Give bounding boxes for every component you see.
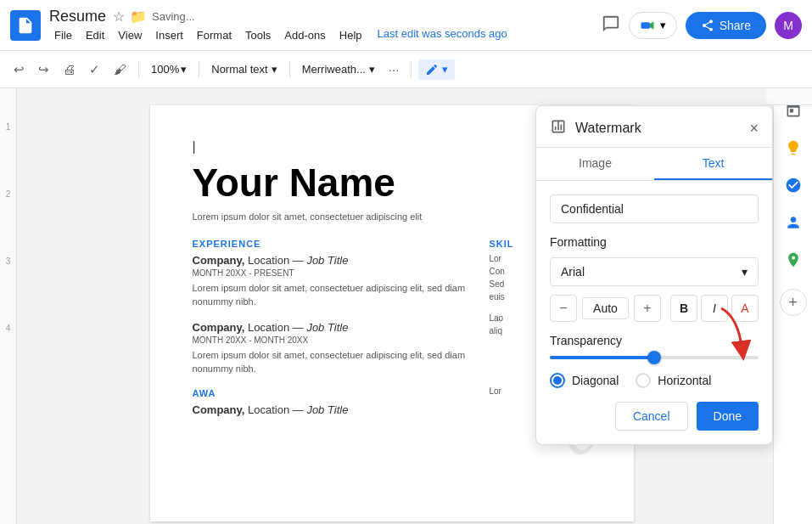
job-2-desc: Lorem ipsum dolor sit amet, consectetuer… [193,348,473,376]
menu-edit[interactable]: Edit [81,27,109,43]
doc-title-area: Resume ☆ 📁 Saving... File Edit View Inse… [49,8,602,43]
top-bar: Resume ☆ 📁 Saving... File Edit View Inse… [0,0,812,51]
watermark-title: Watermark [575,121,749,136]
pen-dropdown-icon: ▾ [442,63,448,76]
action-row: Cancel Done [550,402,759,431]
slider-fill [550,356,654,359]
watermark-header: Watermark × [536,106,772,148]
menu-insert[interactable]: Insert [150,27,188,43]
font-family-label: Arial [561,265,585,279]
job-2-title: Company, Location — Job Title [193,321,473,334]
toolbar-divider-1 [138,61,139,78]
job-1-desc: Lorem ipsum dolor sit amet, consectetuer… [193,281,473,309]
done-button[interactable]: Done [697,402,759,431]
watermark-text-input[interactable] [550,194,759,223]
menu-addons[interactable]: Add-ons [279,27,330,43]
svg-rect-0 [641,22,650,29]
horizontal-label: Horizontal [658,374,711,387]
right-sidebar: + [773,88,812,524]
job-1-title: Company, Location — Job Title [193,254,473,267]
zoom-dropdown-icon: ▾ [181,63,187,76]
toolbar-divider-2 [199,61,199,78]
pen-mode-button[interactable]: ▾ [418,59,455,80]
diagonal-dot [553,376,562,385]
menu-tools[interactable]: Tools [240,27,276,43]
watermark-panel: Watermark × Image Text Formatting Arial … [535,105,773,445]
job-2-date: MONTH 20XX - MONTH 20XX [193,335,473,345]
undo-button[interactable]: ↩ [8,59,30,81]
saving-text: Saving... [152,10,195,23]
doc-title[interactable]: Resume [49,8,106,25]
menu-help[interactable]: Help [334,27,367,43]
tab-text[interactable]: Text [654,148,772,180]
print-button[interactable]: 🖨 [58,59,81,80]
font-family-arrow: ▾ [742,265,748,279]
star-icon[interactable]: ☆ [113,8,125,25]
meet-button[interactable]: ▾ [629,12,677,39]
share-button[interactable]: Share [686,12,766,39]
redo-button[interactable]: ↪ [33,59,54,81]
slider-thumb[interactable] [647,351,661,364]
comment-button[interactable] [602,14,620,36]
meet-label: ▾ [660,19,666,31]
diagonal-label: Diagonal [572,374,619,387]
font-dropdown-icon: ▾ [369,63,375,76]
style-label: Normal text [211,63,267,76]
size-minus-button[interactable]: − [550,295,577,322]
size-plus-button[interactable]: + [634,295,661,322]
spellcheck-button[interactable]: ✓ [84,59,105,81]
toolbar: ↩ ↪ 🖨 ✓ 🖌 100% ▾ Normal text ▾ Merriweat… [0,51,812,88]
top-right-actions: ▾ Share M [602,12,802,39]
menu-bar: File Edit View Insert Format Tools Add-o… [49,25,602,43]
last-edit[interactable]: Last edit was seconds ago [378,27,507,43]
watermark-close-button[interactable]: × [749,120,759,138]
font-family-select[interactable]: Arial ▾ [550,257,759,286]
avatar[interactable]: M [775,12,802,39]
awards-header: AWA [193,388,473,398]
svg-marker-1 [650,21,654,29]
menu-file[interactable]: File [49,27,77,43]
main-area: 1 2 3 4 5 1 2 3 4 | Your Name Lorem ipsu… [0,88,812,524]
left-margin: 1 2 3 4 [0,88,17,524]
style-dropdown-icon: ▾ [272,63,277,76]
notes-icon-button[interactable] [778,132,809,163]
zoom-select[interactable]: 100% ▾ [146,59,192,79]
formatting-label: Formatting [550,235,759,249]
watermark-icon [550,118,567,138]
font-select[interactable]: Merriweath... ▾ [297,59,380,79]
horizontal-option[interactable]: Horizontal [636,373,711,388]
bold-button[interactable]: B [670,295,697,322]
horizontal-radio[interactable] [636,373,651,388]
red-arrow-indicator [704,300,755,368]
more-options-button[interactable]: ··· [384,59,405,80]
contacts-icon-button[interactable] [778,207,809,238]
doc-name[interactable]: Your Name [193,161,591,205]
watermark-tabs: Image Text [536,148,772,181]
diagonal-radio[interactable] [550,373,565,388]
maps-icon-button[interactable] [778,245,809,275]
job-3-title: Company, Location — Job Title [193,403,473,416]
doc-lorem[interactable]: Lorem ipsum dolor sit amet, consectetuer… [193,211,591,222]
menu-view[interactable]: View [113,27,147,43]
folder-icon[interactable]: 📁 [130,8,147,25]
job-1-date: MONTH 20XX - PRESENT [193,268,473,278]
font-select-row: Arial ▾ [550,257,759,286]
font-label: Merriweath... [302,63,366,76]
add-plugin-button[interactable]: + [780,289,807,316]
zoom-value: 100% [151,63,179,76]
orientation-row: Diagonal Horizontal [550,373,759,388]
toolbar-divider-3 [289,61,290,78]
toolbar-divider-4 [411,61,412,78]
tab-image[interactable]: Image [536,148,654,180]
share-label: Share [720,19,751,32]
style-select[interactable]: Normal text ▾ [206,59,282,79]
menu-format[interactable]: Format [192,27,237,43]
experience-header: EXPERIENCE [193,239,473,249]
doc-cursor: | [193,139,591,155]
docs-app-icon[interactable] [10,10,41,41]
cancel-button[interactable]: Cancel [615,402,688,431]
size-value: Auto [582,297,629,319]
diagonal-option[interactable]: Diagonal [550,373,619,388]
paint-format-button[interactable]: 🖌 [109,59,132,80]
tasks-icon-button[interactable] [778,170,809,200]
